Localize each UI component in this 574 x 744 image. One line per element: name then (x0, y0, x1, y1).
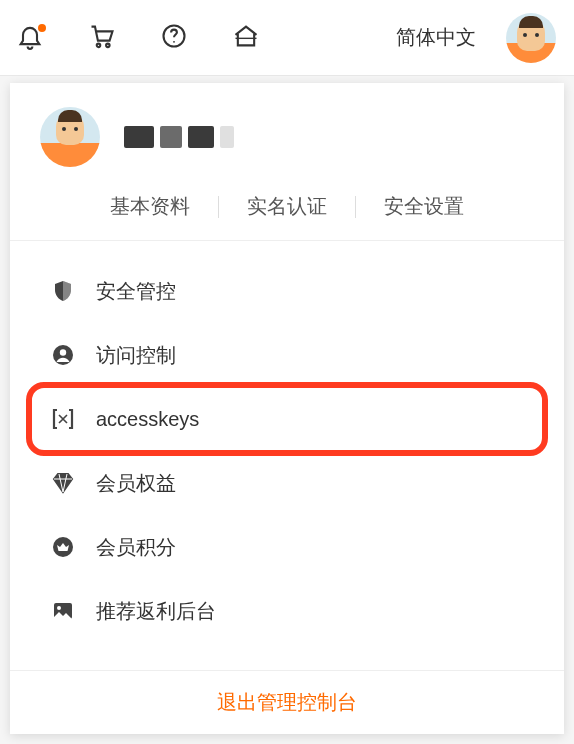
avatar-face-icon (56, 113, 84, 145)
profile-header: 基本资料 实名认证 安全设置 (10, 83, 564, 240)
avatar-face-icon (517, 19, 545, 51)
crown-badge-icon (50, 534, 76, 560)
image-icon (50, 598, 76, 624)
menu-item-accesskeys[interactable]: accesskeys (10, 387, 564, 451)
menu-item-label: 会员权益 (96, 470, 176, 497)
svg-point-0 (97, 43, 101, 47)
username-masked (124, 126, 234, 148)
help-button[interactable] (152, 16, 196, 60)
shield-icon (50, 278, 76, 304)
key-brackets-icon (50, 406, 76, 432)
profile-tabs: 基本资料 实名认证 安全设置 (40, 193, 534, 240)
topbar: 简体中文 (0, 0, 574, 76)
menu-item-member-benefits[interactable]: 会员权益 (10, 451, 564, 515)
svg-point-8 (57, 606, 61, 610)
user-dropdown-panel: 基本资料 实名认证 安全设置 安全管控 访问控制 accesskeys (10, 83, 564, 734)
cart-button[interactable] (80, 16, 124, 60)
home-button[interactable] (224, 16, 268, 60)
home-icon (232, 22, 260, 54)
menu-item-label: accesskeys (96, 408, 199, 431)
diamond-icon (50, 470, 76, 496)
profile-avatar[interactable] (40, 107, 100, 167)
menu-list: 安全管控 访问控制 accesskeys 会员权益 会员积分 (10, 241, 564, 670)
cart-icon (88, 22, 116, 54)
menu-item-security-control[interactable]: 安全管控 (10, 259, 564, 323)
notification-dot (38, 24, 46, 32)
menu-item-label: 推荐返利后台 (96, 598, 216, 625)
svg-point-1 (106, 43, 110, 47)
logout-button[interactable]: 退出管理控制台 (10, 670, 564, 734)
tab-basic-info[interactable]: 基本资料 (82, 193, 218, 220)
menu-item-label: 安全管控 (96, 278, 176, 305)
svg-point-5 (60, 349, 66, 355)
profile-row (40, 107, 534, 167)
user-avatar-button[interactable] (506, 13, 556, 63)
tab-security-settings[interactable]: 安全设置 (356, 193, 492, 220)
help-icon (160, 22, 188, 54)
menu-item-label: 访问控制 (96, 342, 176, 369)
svg-point-3 (173, 40, 175, 42)
language-selector[interactable]: 简体中文 (396, 24, 476, 51)
notifications-button[interactable] (8, 16, 52, 60)
menu-item-access-control[interactable]: 访问控制 (10, 323, 564, 387)
user-circle-icon (50, 342, 76, 368)
menu-item-member-points[interactable]: 会员积分 (10, 515, 564, 579)
tab-real-name-auth[interactable]: 实名认证 (219, 193, 355, 220)
menu-item-referral-backend[interactable]: 推荐返利后台 (10, 579, 564, 643)
menu-item-label: 会员积分 (96, 534, 176, 561)
